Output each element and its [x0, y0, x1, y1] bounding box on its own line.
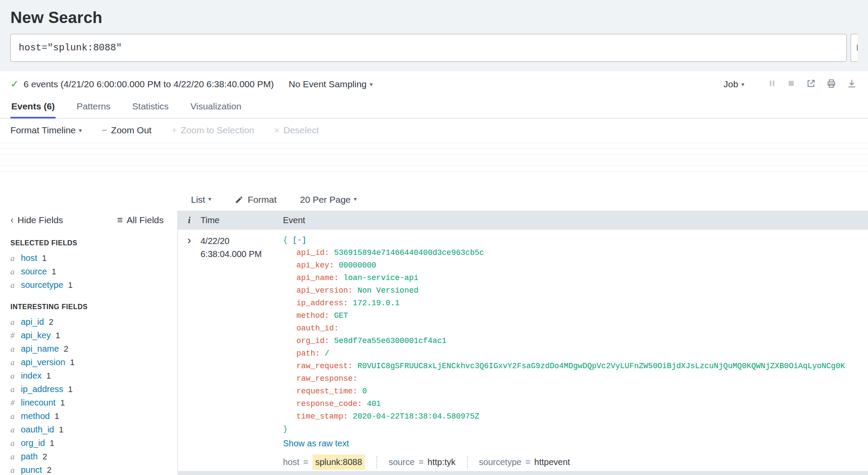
field-name[interactable]: host — [21, 251, 37, 265]
meta-field[interactable]: host=splunk:8088 — [283, 455, 376, 470]
colon: : — [353, 387, 358, 396]
field-item[interactable]: a api_version 1 — [10, 356, 167, 369]
format-results-button[interactable]: Format — [235, 195, 277, 205]
json-field-line: raw_request:R0VUIC8gSFRUUC8xLjENCkhvc3Q6… — [283, 360, 868, 373]
field-item[interactable]: a oauth_id 1 — [10, 423, 167, 436]
meta-field-value[interactable]: httpevent — [534, 456, 570, 468]
meta-field[interactable]: sourcetype=httpevent — [467, 456, 582, 468]
field-name[interactable]: api_version — [21, 356, 65, 369]
field-item[interactable]: # linecount 1 — [10, 396, 167, 409]
all-fields-button[interactable]: ≡All Fields — [117, 214, 164, 226]
hide-fields-button[interactable]: ‹Hide Fields — [10, 214, 63, 226]
json-key[interactable]: oauth_id — [296, 324, 334, 333]
json-key[interactable]: response_code — [296, 399, 357, 408]
field-item[interactable]: a index 1 — [10, 369, 167, 383]
meta-field-value[interactable]: splunk:8088 — [312, 455, 365, 470]
json-value[interactable]: 401 — [367, 399, 381, 408]
timeline-chart[interactable] — [0, 141, 868, 190]
field-type-icon: a — [10, 278, 21, 292]
json-value[interactable]: 536915894e71466440400d3ce963cb5c — [334, 248, 484, 257]
list-view-dropdown[interactable]: List▾ — [191, 195, 211, 205]
json-key[interactable]: path — [296, 349, 315, 358]
field-count: 1 — [68, 278, 73, 292]
time-range-picker-clipped[interactable]: L — [851, 34, 858, 62]
meta-field[interactable]: source=http:tyk — [376, 456, 467, 468]
zoom-out-button[interactable]: −Zoom Out — [102, 125, 152, 135]
list-icon: ≡ — [117, 214, 123, 226]
event-sampling-dropdown[interactable]: No Event Sampling▾ — [289, 79, 373, 89]
json-key[interactable]: raw_response — [296, 374, 353, 383]
print-button[interactable] — [826, 79, 836, 90]
field-item[interactable]: # api_key 1 — [10, 329, 167, 342]
json-value[interactable]: 172.19.0.1 — [353, 299, 400, 307]
field-name[interactable]: api_id — [21, 315, 44, 329]
field-type-icon: # — [10, 329, 21, 342]
json-value[interactable]: 5e8df7ea55e6300001cf4ac1 — [334, 336, 447, 345]
share-job-button[interactable] — [806, 79, 816, 90]
field-item[interactable]: a punct 2 — [10, 463, 167, 475]
export-button[interactable] — [847, 79, 857, 90]
json-key[interactable]: time_stamp — [296, 412, 343, 421]
field-name[interactable]: source — [21, 265, 47, 278]
field-type-icon: a — [10, 265, 21, 278]
field-item[interactable]: a method 1 — [10, 409, 167, 423]
field-name[interactable]: index — [21, 369, 42, 383]
json-key[interactable]: api_key — [296, 261, 329, 270]
collapse-json-button[interactable]: [-] — [293, 236, 306, 244]
meta-field-value[interactable]: http:tyk — [427, 456, 455, 468]
json-value[interactable]: R0VUIC8gSFRUUC8xLjENCkhvc3Q6IGxvY2FsaG9z… — [358, 362, 845, 370]
caret-down-icon: ▾ — [79, 127, 82, 134]
job-menu[interactable]: Job▾ — [723, 79, 744, 89]
json-value[interactable]: 00000000 — [339, 261, 376, 270]
field-item[interactable]: a org_id 1 — [10, 436, 167, 450]
stop-job-button[interactable] — [787, 79, 796, 89]
pause-job-button[interactable] — [768, 79, 776, 89]
json-key[interactable]: org_id — [296, 336, 325, 345]
tab[interactable]: Statistics — [132, 95, 170, 118]
field-item[interactable]: a host 1 — [10, 251, 167, 265]
events-summary: 6 events (4/21/20 6:00:00.000 PM to 4/22… — [23, 79, 274, 89]
json-value[interactable]: loan-service-api — [343, 274, 418, 282]
tab[interactable]: Patterns — [76, 95, 111, 118]
tab[interactable]: Events (6) — [10, 95, 56, 118]
field-name[interactable]: sourcetype — [21, 278, 63, 292]
format-timeline-dropdown[interactable]: Format Timeline▾ — [10, 125, 82, 135]
json-key[interactable]: ip_address — [296, 299, 343, 307]
field-item[interactable]: a api_id 2 — [10, 315, 167, 329]
events-table-header: i Time Event — [178, 211, 868, 230]
show-as-raw-text-link[interactable]: Show as raw text — [283, 437, 868, 449]
json-value[interactable]: 2020-04-22T18:38:04.580975Z — [353, 412, 480, 421]
caret-down-icon: ▾ — [370, 81, 373, 88]
json-field-line: api_version:Non Versioned — [283, 284, 868, 297]
tab[interactable]: Visualization — [190, 95, 243, 118]
field-item[interactable]: a api_name 2 — [10, 342, 167, 356]
field-item[interactable]: a source 1 — [10, 265, 167, 278]
event-cell: { [-] api_id:536915894e71466440400d3ce96… — [283, 234, 868, 470]
field-name[interactable]: org_id — [21, 436, 45, 450]
field-item[interactable]: a ip_address 1 — [10, 383, 167, 396]
json-value[interactable]: / — [325, 349, 329, 358]
expand-row-button[interactable]: › — [178, 234, 201, 470]
field-name[interactable]: oauth_id — [21, 423, 54, 436]
field-item[interactable]: a path 2 — [10, 450, 167, 463]
field-item[interactable]: a sourcetype 1 — [10, 278, 167, 292]
field-name[interactable]: path — [21, 450, 38, 463]
json-key[interactable]: api_id — [296, 248, 325, 257]
json-value[interactable]: 0 — [362, 387, 367, 396]
json-key[interactable]: raw_request — [296, 362, 348, 370]
json-value[interactable]: GET — [334, 311, 348, 320]
json-key[interactable]: request_time — [296, 387, 353, 396]
field-name[interactable]: api_name — [21, 342, 59, 356]
field-name[interactable]: ip_address — [21, 383, 63, 396]
field-name[interactable]: method — [21, 409, 50, 423]
per-page-dropdown[interactable]: 20 Per Page▾ — [300, 195, 357, 205]
field-name[interactable]: linecount — [21, 396, 56, 409]
json-key[interactable]: method — [296, 311, 325, 320]
equals-sign: = — [418, 456, 424, 468]
field-name[interactable]: punct — [21, 463, 42, 475]
json-value[interactable]: Non Versioned — [358, 286, 418, 295]
field-name[interactable]: api_key — [21, 329, 51, 342]
json-key[interactable]: api_version — [296, 286, 348, 295]
json-key[interactable]: api_name — [296, 274, 334, 282]
search-input[interactable] — [10, 34, 847, 62]
